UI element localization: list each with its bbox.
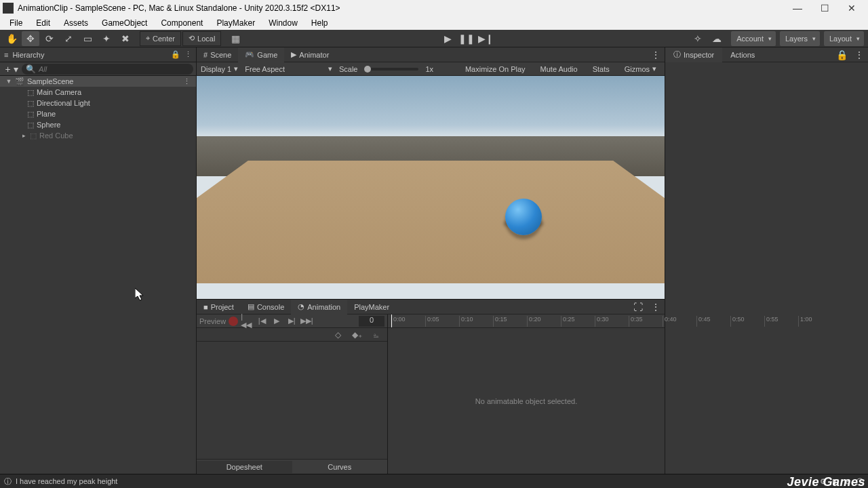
menu-edit[interactable]: Edit (31, 17, 56, 29)
stats-toggle[interactable]: Stats (589, 65, 614, 73)
play-button[interactable]: ▶ (439, 31, 456, 46)
hierarchy-search-input[interactable] (39, 65, 189, 73)
filter-button[interactable]: ⎁ (370, 329, 382, 340)
goto-start-button[interactable]: |◀◀ (241, 316, 253, 327)
move-tool-button[interactable]: ✥ (22, 31, 39, 46)
hierarchy-item-main-camera[interactable]: ⬚ Main Camera (0, 87, 196, 98)
pause-button[interactable]: ❚❚ (458, 31, 475, 46)
window-close-button[interactable]: ✕ (838, 0, 865, 16)
panel-lock-icon[interactable]: 🔒 (833, 47, 850, 62)
maximize-on-play-toggle[interactable]: Maximize On Play (461, 65, 530, 73)
animator-icon: ▶ (291, 50, 296, 59)
curves-tab[interactable]: Curves (292, 461, 388, 473)
global-local-toggle[interactable]: ⟲Local (182, 31, 221, 46)
preview-label: Preview (199, 317, 226, 325)
menu-file[interactable]: File (4, 17, 28, 29)
next-key-button[interactable]: ▶| (285, 316, 298, 327)
play-anim-button[interactable]: ▶ (271, 316, 283, 327)
panel-lock-icon[interactable]: 🔒 (171, 50, 180, 59)
layout-dropdown[interactable]: Layout (824, 31, 864, 46)
playhead[interactable] (391, 314, 392, 327)
scale-value: 1x (425, 65, 433, 73)
hierarchy-tree[interactable]: ▼ 🎬 SampleScene ⋮ ⬚ Main Camera ⬚ Direct… (0, 76, 196, 474)
cloud-icon[interactable]: ☁ (708, 31, 726, 46)
tab-playmaker[interactable]: PlayMaker (347, 300, 396, 314)
scene-row[interactable]: ▼ 🎬 SampleScene ⋮ (0, 76, 196, 87)
panel-menu-icon[interactable]: ⋮ (850, 47, 868, 62)
tab-scene[interactable]: #Scene (197, 47, 238, 62)
scene-icon: 🎬 (15, 77, 24, 86)
panel-menu-icon[interactable]: ⋮ (647, 300, 665, 314)
game-icon: 🎮 (245, 50, 254, 59)
aspect-dropdown[interactable]: Free Aspect▾ (245, 64, 332, 73)
animation-timeline-ruler[interactable]: 0:000:050:100:150:200:250:300:350:400:45… (388, 314, 665, 328)
timeline-tick: 1:00 (798, 316, 812, 327)
tab-game[interactable]: 🎮Game (238, 47, 284, 62)
step-button[interactable]: ▶❙ (477, 31, 494, 46)
panel-maximize-icon[interactable]: ⛶ (629, 300, 647, 314)
layers-dropdown[interactable]: Layers (780, 31, 820, 46)
menu-playmaker[interactable]: PlayMaker (211, 17, 260, 29)
hierarchy-item-red-cube[interactable]: ▸ ⬚ Red Cube (0, 130, 196, 141)
menu-component[interactable]: Component (155, 17, 208, 29)
menu-help[interactable]: Help (306, 17, 334, 29)
tab-inspector[interactable]: ⓘInspector (665, 47, 722, 62)
frame-number-field[interactable]: 0 (359, 316, 384, 327)
timeline-tick: 0:40 (663, 316, 677, 327)
hierarchy-item-sphere[interactable]: ⬚ Sphere (0, 119, 196, 130)
rotate-tool-button[interactable]: ⟳ (41, 31, 58, 46)
window-maximize-button[interactable]: ☐ (811, 0, 838, 16)
gameobject-icon: ⬚ (27, 88, 34, 97)
status-bar: ⓘ I have reached my peak height ⚙ ◧ ⊘ ◯ … (0, 474, 868, 488)
scene-icon: # (203, 51, 208, 59)
add-event-button[interactable]: ◆₊ (351, 329, 363, 340)
add-keyframe-button[interactable]: ◇ (332, 329, 344, 340)
hierarchy-item-plane[interactable]: ⬚ Plane (0, 108, 196, 119)
panel-menu-icon[interactable]: ⋮ (184, 50, 192, 59)
gameobject-icon: ⬚ (27, 121, 34, 129)
expand-arrow-icon[interactable]: ▼ (5, 78, 12, 85)
pivot-center-toggle[interactable]: ⌖Center (140, 31, 181, 46)
gizmos-dropdown[interactable]: Gizmos▾ (620, 64, 660, 73)
tab-actions[interactable]: Actions (722, 47, 763, 62)
snap-grid-button[interactable]: ▦ (226, 31, 244, 46)
hand-tool-button[interactable]: ✋ (3, 31, 20, 46)
tab-label: PlayMaker (354, 303, 389, 311)
scene-menu-icon[interactable]: ⋮ (183, 77, 191, 86)
hierarchy-create-button[interactable]: + ▾ (3, 62, 20, 77)
hierarchy-search[interactable]: 🔍 (22, 64, 193, 75)
tab-animator[interactable]: ▶Animator (284, 47, 336, 62)
menubar: File Edit Assets GameObject Component Pl… (0, 16, 868, 30)
menu-window[interactable]: Window (263, 17, 303, 29)
expand-arrow-icon[interactable]: ▸ (20, 132, 27, 139)
account-dropdown[interactable]: Account (731, 31, 776, 46)
mute-audio-toggle[interactable]: Mute Audio (536, 65, 582, 73)
timeline-tick: 0:25 (561, 316, 575, 327)
goto-end-button[interactable]: ▶▶| (300, 316, 313, 327)
record-button[interactable] (229, 317, 238, 326)
panel-menu-icon[interactable]: ⋮ (647, 47, 665, 62)
rect-tool-button[interactable]: ▭ (79, 31, 96, 46)
console-icon: ▤ (248, 302, 254, 311)
search-icon: 🔍 (26, 64, 36, 74)
tab-project[interactable]: ■Project (197, 300, 241, 314)
prev-key-button[interactable]: |◀ (256, 316, 268, 327)
bottom-panel: ■Project ▤Console ◔Animation PlayMaker ⛶… (197, 299, 665, 474)
collab-icon[interactable]: ✧ (689, 31, 707, 46)
scale-tool-button[interactable]: ⤢ (60, 31, 77, 46)
scale-slider[interactable] (364, 68, 418, 70)
game-view[interactable] (197, 76, 665, 299)
dopesheet-tab[interactable]: Dopesheet (197, 461, 292, 473)
hierarchy-item-directional-light[interactable]: ⬚ Directional Light (0, 98, 196, 108)
custom-tool-button[interactable]: ✖ (117, 31, 134, 46)
display-dropdown[interactable]: Display 1▾ (201, 64, 238, 73)
main-toolbar: ✋ ✥ ⟳ ⤢ ▭ ✦ ✖ ⌖Center ⟲Local ▦ ▶ ❚❚ ▶❙ ✧… (0, 30, 868, 47)
hierarchy-item-label: Plane (37, 110, 56, 118)
tab-animation[interactable]: ◔Animation (291, 300, 347, 314)
timeline-tick: 0:05 (425, 316, 439, 327)
menu-assets[interactable]: Assets (58, 17, 94, 29)
window-minimize-button[interactable]: — (784, 0, 811, 16)
menu-gameobject[interactable]: GameObject (96, 17, 153, 29)
folder-icon: ■ (203, 303, 208, 311)
transform-tool-button[interactable]: ✦ (98, 31, 115, 46)
